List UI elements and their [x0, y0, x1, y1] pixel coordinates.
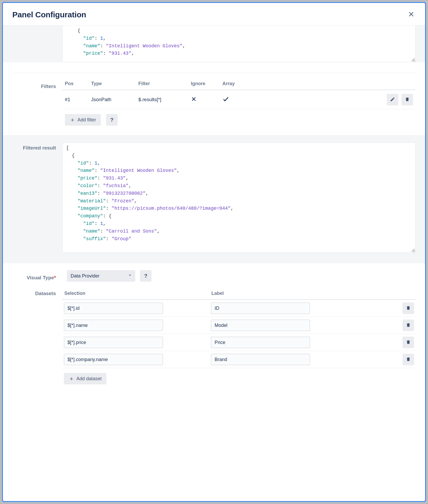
delete-dataset-button[interactable]	[403, 337, 414, 348]
trash-icon	[405, 97, 410, 103]
modal-title: Panel Configuration	[12, 10, 86, 19]
filter-expression: $.results[*]	[138, 97, 191, 102]
dataset-label-input[interactable]	[211, 337, 310, 348]
trash-icon	[406, 322, 411, 328]
filters-label: Filters	[12, 81, 62, 89]
col-array: Array	[222, 81, 254, 86]
dataset-selection-input[interactable]	[64, 337, 163, 348]
raw-result-code[interactable]: { "id": 1, "name": "Intelligent Wooden G…	[62, 25, 416, 62]
chevron-down-icon	[128, 273, 132, 279]
dataset-selection-input[interactable]	[64, 354, 163, 365]
filter-pos: #1	[65, 97, 91, 102]
check-icon	[222, 98, 229, 104]
col-type: Type	[91, 81, 138, 86]
plus-icon: ＋	[70, 117, 75, 123]
datasets-label: Datasets	[12, 288, 62, 296]
close-button[interactable]	[407, 10, 416, 19]
add-dataset-button[interactable]: ＋ Add dataset	[64, 373, 106, 384]
dataset-label-input[interactable]	[211, 320, 310, 331]
col-selection: Selection	[64, 291, 211, 296]
plus-icon: ＋	[69, 376, 74, 382]
delete-dataset-button[interactable]	[403, 320, 414, 331]
pencil-icon	[390, 97, 395, 103]
trash-icon	[406, 340, 411, 346]
visual-type-section: Visual Type* Data Provider ? Datasets	[3, 263, 425, 391]
table-row	[62, 334, 416, 351]
filter-array	[222, 96, 254, 104]
delete-dataset-button[interactable]	[403, 302, 414, 314]
filters-help-button[interactable]: ?	[106, 114, 118, 126]
dataset-label-input[interactable]	[211, 354, 310, 365]
modal-body[interactable]: { "id": 1, "name": "Intelligent Wooden G…	[3, 25, 425, 501]
dataset-selection-input[interactable]	[64, 320, 163, 331]
filtered-result-section: Filtered result [ { "id": 1, "name": "In…	[3, 135, 425, 263]
table-row: #1JsonPath$.results[*]	[62, 90, 416, 109]
dataset-label-input[interactable]	[211, 302, 310, 314]
add-filter-label: Add filter	[77, 117, 96, 123]
trash-icon	[406, 305, 411, 311]
add-filter-button[interactable]: ＋ Add filter	[65, 114, 101, 126]
visual-type-label: Visual Type*	[12, 271, 62, 281]
filter-type: JsonPath	[91, 97, 138, 102]
datasets-table-header: Selection Label	[62, 288, 416, 300]
visual-type-value: Data Provider	[71, 273, 100, 279]
panel-configuration-modal: Panel Configuration { "id": 1, "name": "…	[2, 2, 426, 502]
close-icon	[408, 14, 415, 18]
filters-table: Pos Type Filter Ignore Array #1JsonPath$…	[62, 81, 416, 109]
delete-filter-button[interactable]	[401, 94, 413, 105]
col-filter: Filter	[138, 81, 191, 86]
x-icon	[191, 97, 197, 103]
delete-dataset-button[interactable]	[403, 354, 414, 365]
filtered-result-label: Filtered result	[12, 142, 62, 151]
table-row	[62, 351, 416, 368]
col-label: Label	[211, 291, 358, 296]
table-row	[62, 317, 416, 334]
modal-header: Panel Configuration	[3, 3, 425, 25]
visual-type-help-button[interactable]: ?	[140, 270, 152, 282]
filter-ignore	[191, 96, 222, 103]
table-row	[62, 300, 416, 317]
dataset-selection-input[interactable]	[64, 302, 163, 314]
trash-icon	[406, 357, 411, 363]
filtered-result-code[interactable]: [ { "id": 1, "name": "Intelligent Wooden…	[62, 142, 416, 253]
visual-type-select[interactable]: Data Provider	[67, 270, 135, 282]
col-ignore: Ignore	[191, 81, 222, 86]
raw-result-section: { "id": 1, "name": "Intelligent Wooden G…	[3, 25, 425, 62]
filters-table-header: Pos Type Filter Ignore Array	[62, 81, 416, 90]
filters-section: Filters Pos Type Filter Ignore Array #1J…	[3, 73, 425, 135]
edit-filter-button[interactable]	[387, 94, 398, 105]
col-pos: Pos	[65, 81, 91, 86]
add-dataset-label: Add dataset	[76, 376, 102, 382]
